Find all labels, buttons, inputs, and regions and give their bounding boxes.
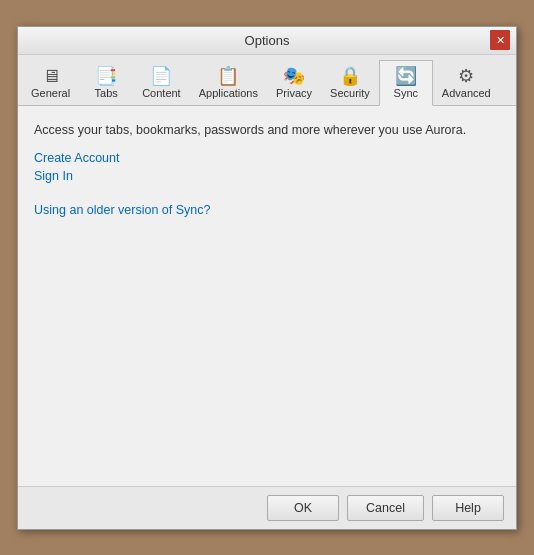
tab-sync[interactable]: Sync bbox=[379, 60, 433, 106]
sync-description: Access your tabs, bookmarks, passwords a… bbox=[34, 122, 500, 140]
sync-icon bbox=[395, 65, 417, 85]
options-window: Options ✕ GeneralTabsContentApplications… bbox=[17, 26, 517, 530]
tab-label-applications: Applications bbox=[199, 87, 258, 99]
tabs-icon bbox=[95, 65, 117, 85]
ok-button[interactable]: OK bbox=[267, 495, 339, 521]
tab-label-sync: Sync bbox=[394, 87, 418, 99]
cancel-button[interactable]: Cancel bbox=[347, 495, 424, 521]
close-button[interactable]: ✕ bbox=[490, 30, 510, 50]
privacy-icon bbox=[283, 65, 305, 85]
window-title: Options bbox=[44, 33, 490, 48]
tab-advanced[interactable]: Advanced bbox=[433, 60, 500, 106]
tab-label-content: Content bbox=[142, 87, 181, 99]
tabs-bar: GeneralTabsContentApplicationsPrivacySec… bbox=[18, 55, 516, 106]
advanced-icon bbox=[458, 65, 474, 85]
applications-icon bbox=[217, 65, 239, 85]
button-bar: OK Cancel Help bbox=[18, 486, 516, 529]
sign-in-link[interactable]: Sign In bbox=[34, 169, 500, 183]
title-bar: Options ✕ bbox=[18, 27, 516, 55]
tab-applications[interactable]: Applications bbox=[190, 60, 267, 106]
tab-security[interactable]: Security bbox=[321, 60, 379, 106]
create-account-link[interactable]: Create Account bbox=[34, 151, 500, 165]
security-icon bbox=[339, 65, 361, 85]
tab-general[interactable]: General bbox=[22, 60, 79, 106]
tab-label-general: General bbox=[31, 87, 70, 99]
general-icon bbox=[42, 65, 60, 85]
tab-label-advanced: Advanced bbox=[442, 87, 491, 99]
tab-label-security: Security bbox=[330, 87, 370, 99]
help-button[interactable]: Help bbox=[432, 495, 504, 521]
tab-content[interactable]: Content bbox=[133, 60, 190, 106]
content-area: Access your tabs, bookmarks, passwords a… bbox=[18, 106, 516, 486]
tab-tabs[interactable]: Tabs bbox=[79, 60, 133, 106]
tab-label-privacy: Privacy bbox=[276, 87, 312, 99]
tab-privacy[interactable]: Privacy bbox=[267, 60, 321, 106]
content-icon bbox=[150, 65, 172, 85]
tab-label-tabs: Tabs bbox=[95, 87, 118, 99]
older-version-link[interactable]: Using an older version of Sync? bbox=[34, 203, 500, 217]
